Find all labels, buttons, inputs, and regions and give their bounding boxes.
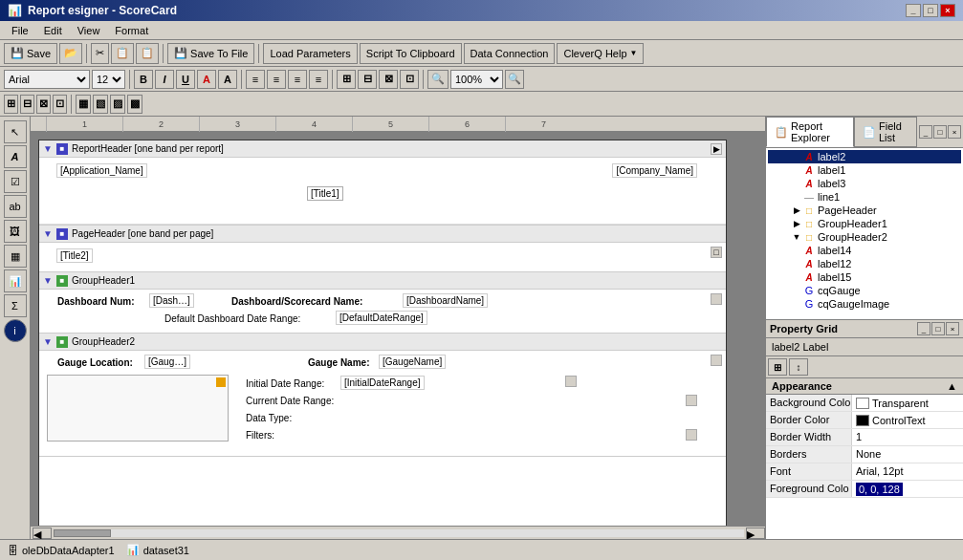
curr-date-opt[interactable] [686, 395, 697, 406]
canvas-scroll[interactable]: ▼ ■ ReportHeader [one band per report] ▶… [31, 132, 765, 526]
title2-field[interactable]: [Title2] [56, 248, 93, 263]
zoom-reset-button[interactable]: 🔍 [505, 70, 524, 89]
pointer-tool[interactable]: ↖ [4, 120, 27, 143]
save-button[interactable]: 💾 Save [4, 43, 57, 64]
tool7[interactable]: ▨ [110, 95, 125, 114]
close-button[interactable]: × [940, 4, 955, 17]
align-right-button[interactable]: ≡ [288, 70, 307, 89]
scroll-track[interactable] [54, 529, 744, 537]
tab-report-explorer[interactable]: 📋 Report Explorer [766, 117, 854, 147]
menu-format[interactable]: Format [107, 23, 156, 38]
scroll-left[interactable]: ◀ [33, 528, 52, 539]
align-left-button[interactable]: ≡ [246, 70, 265, 89]
prop-minimize[interactable]: _ [917, 322, 930, 335]
maximize-button[interactable]: □ [923, 4, 938, 17]
tool2[interactable]: ⊟ [20, 95, 34, 114]
title-bar-controls[interactable]: _ □ × [906, 4, 955, 17]
gh1-options[interactable] [711, 293, 722, 305]
dash-num-val[interactable]: [Dash…] [149, 293, 194, 308]
align-justify-button[interactable]: ≡ [309, 70, 328, 89]
script-to-clipboard-button[interactable]: Script To Clipboard [360, 43, 462, 64]
horizontal-scrollbar[interactable]: ◀ ▶ [31, 526, 765, 539]
paste-button[interactable]: 📋 [136, 43, 159, 64]
prop-border-color-value[interactable]: ControlText [852, 412, 963, 428]
init-date-opt[interactable] [565, 376, 577, 387]
bold-button[interactable]: B [134, 70, 153, 89]
prop-maximize[interactable]: □ [931, 322, 945, 335]
canvas-scroll-wrap[interactable]: 1 2 3 4 5 6 7 ▼ ■ ReportHeade [31, 117, 765, 539]
underline-button[interactable]: U [176, 70, 195, 89]
gh2-tree-expand[interactable]: ▼ [791, 231, 802, 243]
gauge-name-val[interactable]: [GaugeName] [379, 355, 446, 369]
check-tool[interactable]: ☑ [4, 170, 27, 193]
tool4[interactable]: ⊡ [53, 95, 67, 114]
tool1[interactable]: ⊞ [4, 95, 18, 114]
open-button[interactable]: 📂 [59, 43, 82, 64]
cut-button[interactable]: ✂ [91, 43, 109, 64]
tree-item-cqgaugeimage[interactable]: G cqGaugeImage [768, 297, 961, 311]
tool5[interactable]: ▦ [76, 95, 91, 114]
gh1-expand[interactable]: ▶ [791, 218, 802, 229]
copy-button[interactable]: 📋 [111, 43, 134, 64]
prop-sort-tab[interactable]: ↕ [789, 358, 808, 376]
tree-item-label3[interactable]: A label3 [768, 177, 961, 190]
prop-grid-tab[interactable]: ⊞ [768, 358, 787, 376]
tree-item-label14[interactable]: A label14 [768, 244, 961, 257]
tree-item-cqgauge[interactable]: G cqGauge [768, 284, 961, 297]
scroll-thumb[interactable] [54, 529, 111, 537]
gh2-expand-icon[interactable]: ▼ [43, 336, 53, 347]
extra-btn2[interactable]: ⊟ [358, 70, 377, 89]
italic-button[interactable]: I [155, 70, 174, 89]
data-connection-button[interactable]: Data Connection [464, 43, 556, 64]
tree-item-label12[interactable]: A label12 [768, 257, 961, 270]
filters-opt[interactable] [686, 429, 697, 441]
extra-btn4[interactable]: ⊡ [400, 70, 419, 89]
extra-btn1[interactable]: ⊞ [337, 70, 356, 89]
prop-fg-color-value[interactable]: 0, 0, 128 [852, 481, 963, 497]
init-date-val[interactable]: [InitialDateRange] [340, 376, 425, 390]
cleverq-help-button[interactable]: CleverQ Help ▼ [557, 43, 644, 64]
sigma-tool[interactable]: Σ [4, 294, 27, 317]
prop-borders-value[interactable]: None [852, 446, 963, 463]
prop-close[interactable]: × [946, 322, 959, 335]
tree-item-line1[interactable]: — line1 [768, 190, 961, 204]
image-tool[interactable]: 🖼 [4, 220, 27, 243]
font-select[interactable]: Arial [4, 70, 90, 89]
app-name-field[interactable]: [Application_Name] [56, 163, 147, 178]
font-size-select[interactable]: 12 [92, 70, 125, 89]
tool3[interactable]: ⊠ [36, 95, 51, 114]
tree-item-label15[interactable]: A label15 [768, 270, 961, 284]
explorer-maximize[interactable]: □ [933, 125, 947, 139]
tool6[interactable]: ▧ [93, 95, 108, 114]
extra-btn3[interactable]: ⊠ [379, 70, 398, 89]
tree-item-groupheader2[interactable]: ▼ □ GroupHeader2 [768, 230, 961, 244]
font-color-button[interactable]: A [197, 70, 216, 89]
menu-view[interactable]: View [70, 23, 108, 38]
gh1-expand-icon[interactable]: ▼ [43, 275, 53, 286]
gauge-loc-val[interactable]: [Gaug…] [144, 355, 190, 369]
ph-options[interactable]: □ [711, 247, 722, 258]
tool8[interactable]: ▩ [127, 95, 142, 114]
explorer-close[interactable]: × [948, 125, 961, 139]
text-tool[interactable]: A [4, 145, 27, 168]
highlight-button[interactable]: A [218, 70, 237, 89]
menu-edit[interactable]: Edit [36, 23, 70, 38]
band-expand-icon[interactable]: ▼ [43, 143, 53, 154]
save-to-file-button[interactable]: 💾 Save To File [167, 43, 254, 64]
prop-border-width-value[interactable]: 1 [852, 429, 963, 445]
field-tool[interactable]: ab [4, 195, 27, 218]
def-date-val[interactable]: [DefaultDateRange] [336, 311, 427, 325]
band-options-icon[interactable]: ▶ [711, 143, 722, 155]
minimize-button[interactable]: _ [906, 4, 921, 17]
pageheader-expand[interactable]: ▶ [791, 205, 802, 216]
tree-item-groupheader1[interactable]: ▶ □ GroupHeader1 [768, 217, 961, 230]
info-tool[interactable]: i [4, 319, 27, 342]
menu-file[interactable]: File [4, 23, 36, 38]
prop-font-value[interactable]: Arial, 12pt [852, 463, 963, 480]
dash-name-val[interactable]: [DashboardName] [403, 293, 488, 308]
appearance-section-header[interactable]: Appearance ▲ [766, 378, 963, 395]
zoom-select[interactable]: 100% [450, 70, 503, 89]
tree-item-label2[interactable]: A label2 [768, 150, 961, 163]
tab-field-list[interactable]: 📄 Field List [854, 117, 917, 147]
table-tool[interactable]: ▦ [4, 245, 27, 268]
